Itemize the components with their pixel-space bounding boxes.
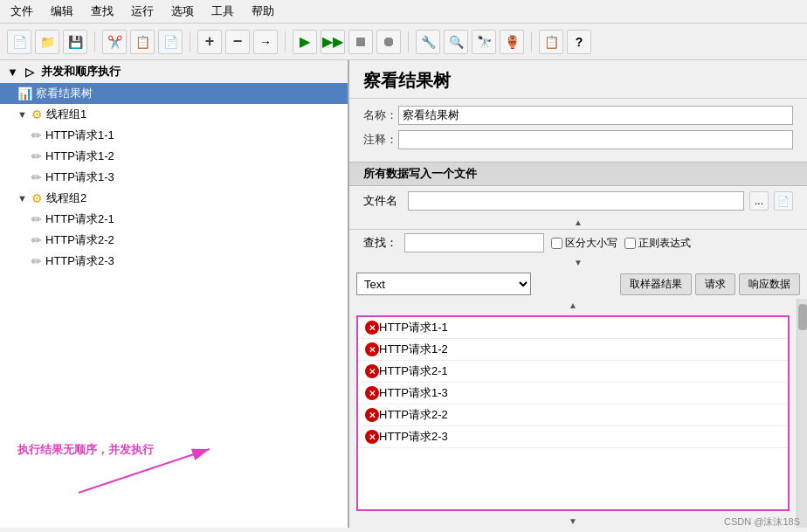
copy-button[interactable]: 📋: [130, 30, 155, 54]
scroll-up-1[interactable]: ▲: [349, 216, 807, 229]
tab-sampler-result[interactable]: 取样器结果: [620, 273, 692, 295]
paste-button[interactable]: 📄: [158, 30, 183, 54]
tab-request[interactable]: 请求: [695, 273, 735, 295]
tree-item-req1-1[interactable]: ✏ HTTP请求1-1: [0, 125, 348, 146]
tree-root-icon: ▷: [25, 66, 34, 79]
right-panel: 察看结果树 名称： 注释： 所有数据写入一个文件 文件名 ... 📄: [349, 60, 807, 528]
clear-button[interactable]: 🔧: [416, 30, 440, 54]
result-item-3[interactable]: ✕ HTTP请求2-1: [358, 361, 788, 383]
file-log-button[interactable]: 📄: [774, 191, 793, 211]
save-button[interactable]: 💾: [63, 30, 87, 54]
annotation-arrow: [70, 440, 245, 510]
menu-find[interactable]: 查找: [87, 2, 117, 21]
file-input-row: 文件名 ... 📄: [363, 191, 793, 211]
comment-input[interactable]: [398, 130, 793, 149]
group2-label: 线程组2: [46, 190, 86, 206]
left-results: ▲ ✕ HTTP请求1-1 ✕ HTTP请求1-2 ✕: [349, 299, 797, 528]
open-button[interactable]: 📁: [35, 30, 59, 54]
result-item-2[interactable]: ✕ HTTP请求1-2: [358, 339, 788, 361]
req1-1-icon: ✏: [31, 128, 42, 142]
menu-file[interactable]: 文件: [7, 2, 37, 21]
toolbar: 📄 📁 💾 ✂️ 📋 📄 + − → ▶ ▶▶ ⏹ ⏺ 🔧 🔍 🔭 🏺 📋 ?: [0, 24, 807, 60]
list-button[interactable]: 📋: [539, 30, 563, 54]
menu-run[interactable]: 运行: [128, 2, 157, 21]
right-scrollbar[interactable]: [797, 299, 807, 528]
remove-button[interactable]: −: [225, 30, 250, 54]
result-item-5[interactable]: ✕ HTTP请求2-2: [358, 404, 788, 426]
error-icon-1: ✕: [365, 321, 379, 335]
sep2: [190, 31, 190, 52]
right-panel-title: 察看结果树: [349, 60, 807, 99]
jar-button[interactable]: 🏺: [500, 30, 524, 54]
group2-icon: ⚙: [31, 191, 43, 205]
name-row: 名称：: [363, 106, 793, 125]
shutdown-button[interactable]: ⏺: [376, 30, 401, 54]
comment-label: 注释：: [363, 132, 398, 148]
tree-item-group2[interactable]: ▼ ⚙ 线程组2: [0, 188, 348, 209]
watch-tree-icon: 📊: [17, 86, 32, 100]
menu-tools[interactable]: 工具: [208, 2, 238, 21]
tree-root-toggle[interactable]: ▼: [7, 66, 18, 79]
error-icon-3: ✕: [365, 364, 379, 378]
search-input[interactable]: [404, 233, 544, 252]
req1-2-icon: ✏: [31, 149, 42, 163]
tree-item-group1[interactable]: ▼ ⚙ 线程组1: [0, 104, 348, 125]
error-icon-6: ✕: [365, 430, 379, 444]
text-dropdown[interactable]: Text RegExp CSS/JQuery XPath: [356, 273, 531, 295]
left-panel: ▼ ▷ 并发和顺序执行 📊 察看结果树 ▼ ⚙ 线程组1 ✏ HTTP请求1-1…: [0, 60, 349, 528]
tree-item-req2-3[interactable]: ✏ HTTP请求2-3: [0, 251, 348, 272]
new-button[interactable]: 📄: [7, 30, 31, 54]
cut-button[interactable]: ✂️: [102, 30, 127, 54]
name-label: 名称：: [363, 107, 398, 123]
menu-options[interactable]: 选项: [168, 2, 197, 21]
error-icon-5: ✕: [365, 408, 379, 422]
scroll-thumb[interactable]: [798, 304, 807, 330]
tree-item-req1-2[interactable]: ✏ HTTP请求1-2: [0, 146, 348, 167]
tab-response-data[interactable]: 响应数据: [739, 273, 800, 295]
result-label-5: HTTP请求2-2: [379, 407, 448, 423]
regex-label: 正则表达式: [624, 236, 691, 251]
tree-item-req2-1[interactable]: ✏ HTTP请求2-1: [0, 209, 348, 230]
results-toolbar-row: Text RegExp CSS/JQuery XPath 取样器结果 请求 响应…: [349, 269, 807, 299]
help-button[interactable]: ?: [567, 30, 591, 54]
form-section: 名称： 注释：: [349, 99, 807, 162]
stop-button[interactable]: ⏹: [348, 30, 373, 54]
tree-item-watch-tree[interactable]: 📊 察看结果树: [0, 83, 348, 104]
tree-header: ▼ ▷ 并发和顺序执行: [0, 60, 348, 83]
group2-toggle[interactable]: ▼: [17, 193, 30, 204]
result-item-1[interactable]: ✕ HTTP请求1-1: [358, 317, 788, 339]
clear-all-button[interactable]: 🔍: [444, 30, 468, 54]
svg-line-1: [79, 449, 210, 493]
results-area: Text RegExp CSS/JQuery XPath 取样器结果 请求 响应…: [349, 269, 807, 528]
watch-tree-label: 察看结果树: [36, 86, 93, 101]
menubar: 文件 编辑 查找 运行 选项 工具 帮助: [0, 0, 807, 24]
tree-item-req1-3[interactable]: ✏ HTTP请求1-3: [0, 167, 348, 188]
tree-item-req2-2[interactable]: ✏ HTTP请求2-2: [0, 230, 348, 251]
result-label-4: HTTP请求1-3: [379, 385, 448, 401]
sep3: [285, 31, 286, 52]
case-sensitive-checkbox[interactable]: [551, 238, 562, 249]
file-input[interactable]: [408, 191, 744, 211]
regex-checkbox[interactable]: [624, 238, 636, 249]
results-list: ✕ HTTP请求1-1 ✕ HTTP请求1-2 ✕ HTTP请求2-1 ✕: [356, 315, 790, 511]
run-button[interactable]: ▶: [293, 30, 317, 54]
scroll-up-2[interactable]: ▲: [349, 299, 797, 312]
group1-toggle[interactable]: ▼: [17, 109, 30, 120]
req2-2-icon: ✏: [31, 233, 42, 247]
file-browse-button[interactable]: ...: [749, 191, 769, 211]
section-header: 所有数据写入一个文件: [349, 162, 807, 186]
main-layout: ▼ ▷ 并发和顺序执行 📊 察看结果树 ▼ ⚙ 线程组1 ✏ HTTP请求1-1…: [0, 60, 807, 528]
add-button[interactable]: +: [197, 30, 222, 54]
name-input[interactable]: [398, 106, 793, 125]
menu-edit[interactable]: 编辑: [47, 2, 77, 21]
req2-1-label: HTTP请求2-1: [45, 211, 114, 227]
result-item-6[interactable]: ✕ HTTP请求2-3: [358, 426, 788, 448]
scroll-down-1[interactable]: ▼: [349, 256, 807, 269]
search-button[interactable]: 🔭: [472, 30, 496, 54]
error-icon-4: ✕: [365, 386, 379, 400]
result-item-4[interactable]: ✕ HTTP请求1-3: [358, 383, 788, 404]
run-no-pause-button[interactable]: ▶▶: [321, 30, 345, 54]
menu-help[interactable]: 帮助: [248, 2, 278, 21]
move-button[interactable]: →: [253, 30, 278, 54]
case-sensitive-label: 区分大小写: [551, 236, 617, 251]
